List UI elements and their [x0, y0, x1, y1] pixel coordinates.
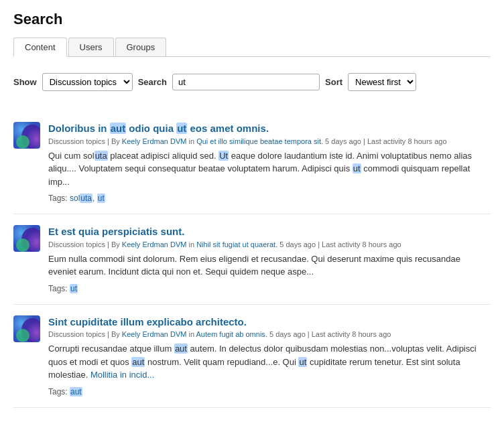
show-select[interactable]: Discussion topics All content Posts Blog… — [42, 73, 133, 91]
avatar-image — [13, 122, 40, 149]
body-link[interactable]: Mollitia in incid... — [90, 370, 154, 380]
author-link[interactable]: Keely Erdman DVM — [122, 330, 187, 338]
tab-users[interactable]: Users — [68, 38, 114, 56]
table-row: Sint cupiditate illum explicabo architec… — [13, 305, 491, 408]
result-tags: Tags: aut — [48, 387, 491, 396]
tag-link[interactable]: ut — [70, 284, 78, 293]
tab-bar: Content Users Groups — [13, 38, 491, 57]
avatar — [13, 122, 40, 149]
result-body: Corrupti recusandae atque illum aut aute… — [48, 342, 491, 382]
filter-bar: Show Discussion topics All content Posts… — [13, 66, 491, 98]
result-meta: Discussion topics | By Keely Erdman DVM … — [48, 137, 491, 145]
show-label: Show — [13, 77, 37, 87]
avatar — [13, 225, 40, 252]
sort-select[interactable]: Newest first Oldest first Relevance — [348, 73, 416, 91]
group-link[interactable]: Nihil sit fugiat ut quaerat. — [196, 240, 277, 248]
avatar-image — [13, 315, 40, 342]
svg-point-5 — [16, 238, 29, 252]
result-meta: Discussion topics | By Keely Erdman DVM … — [48, 330, 491, 338]
result-title[interactable]: Et est quia perspiciatis sunt. — [48, 225, 491, 238]
search-input[interactable] — [172, 74, 320, 90]
result-tags: Tags: soluta, ut — [48, 194, 491, 203]
result-content: Et est quia perspiciatis sunt. Discussio… — [48, 225, 491, 293]
results-list: Doloribus in aut odio quia ut eos amet o… — [13, 111, 491, 408]
table-row: Et est quia perspiciatis sunt. Discussio… — [13, 214, 491, 305]
result-title[interactable]: Sint cupiditate illum explicabo architec… — [48, 315, 491, 329]
result-body: Eum nulla commodi sint dolorum. Rem eius… — [48, 252, 491, 279]
tab-groups[interactable]: Groups — [115, 38, 167, 56]
table-row: Doloribus in aut odio quia ut eos amet o… — [13, 111, 491, 214]
result-tags: Tags: ut — [48, 284, 491, 293]
avatar — [13, 315, 40, 342]
tab-content[interactable]: Content — [13, 38, 67, 57]
svg-point-2 — [16, 135, 29, 149]
svg-point-8 — [16, 329, 29, 342]
result-content: Doloribus in aut odio quia ut eos amet o… — [48, 122, 491, 203]
tag-link[interactable]: aut — [70, 387, 82, 396]
result-body: Qui cum soluta placeat adipisci aliquid … — [48, 149, 491, 189]
sort-label: Sort — [325, 77, 342, 87]
result-title[interactable]: Doloribus in aut odio quia ut eos amet o… — [48, 122, 491, 135]
group-link[interactable]: Qui et illo similique beatae tempora sit… — [196, 137, 323, 145]
tag-link[interactable]: ut — [97, 194, 105, 203]
avatar-image — [13, 225, 40, 252]
author-link[interactable]: Keely Erdman DVM — [122, 240, 187, 248]
tag-link[interactable]: soluta — [70, 194, 92, 203]
result-meta: Discussion topics | By Keely Erdman DVM … — [48, 240, 491, 248]
author-link[interactable]: Keely Erdman DVM — [122, 137, 187, 145]
result-content: Sint cupiditate illum explicabo architec… — [48, 315, 491, 396]
group-link[interactable]: Autem fugit ab omnis. — [196, 330, 267, 338]
page-title: Search — [13, 11, 491, 28]
search-label: Search — [138, 77, 167, 87]
